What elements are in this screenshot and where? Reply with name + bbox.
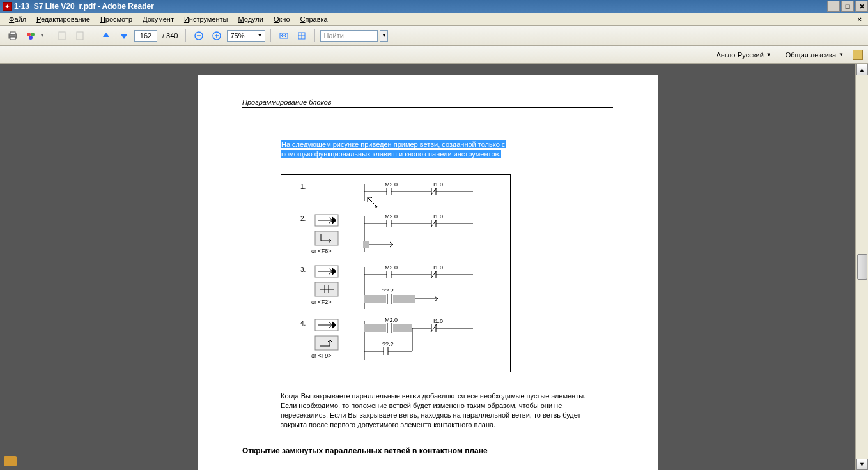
menu-close-icon[interactable]: × xyxy=(855,15,864,23)
dict-lang-label: Англо-Русский xyxy=(717,51,764,59)
chevron-down-icon: ▼ xyxy=(839,52,844,57)
svg-rect-63 xyxy=(364,295,386,303)
fit-width-button[interactable] xyxy=(276,28,291,43)
dict-topic-label: Общая лексика xyxy=(786,51,836,59)
svg-text:or <F9>: or <F9> xyxy=(311,352,332,359)
vertical-scrollbar[interactable]: ▲ ▼ xyxy=(855,64,868,470)
svg-text:3.: 3. xyxy=(300,266,306,273)
svg-rect-2 xyxy=(10,37,15,40)
next-page-button[interactable] xyxy=(116,28,132,43)
svg-rect-66 xyxy=(393,295,415,303)
menu-file[interactable]: Файл xyxy=(4,14,31,24)
menu-view[interactable]: Просмотр xyxy=(95,14,137,24)
svg-text:4.: 4. xyxy=(300,320,306,327)
window-title: 1-13_S7 Lite V20_r.pdf - Adobe Reader xyxy=(14,2,154,11)
collab-button[interactable] xyxy=(23,28,38,43)
scroll-down-button[interactable]: ▼ xyxy=(856,459,868,470)
svg-text:I1.0: I1.0 xyxy=(433,318,443,324)
pdf-page: Программирование блоков На следующем рис… xyxy=(198,75,658,470)
svg-point-4 xyxy=(31,33,35,36)
sidebar-icons xyxy=(4,456,17,466)
minimize-button[interactable]: _ xyxy=(827,1,840,12)
dict-lang-select[interactable]: Англо-Русский ▼ xyxy=(711,50,777,60)
svg-text:M2.0: M2.0 xyxy=(385,213,398,220)
page-icon xyxy=(75,31,85,41)
menu-tools[interactable]: Инструменты xyxy=(179,14,233,24)
svg-text:??.?: ??.? xyxy=(382,341,394,347)
ladder-diagram: 1. M2.0 I1.0 2. or <F8> xyxy=(281,174,511,372)
svg-text:or <F8>: or <F8> xyxy=(311,248,332,254)
pdf-icon: ✦ xyxy=(3,2,12,11)
zoom-select[interactable]: 75% ▼ xyxy=(227,30,265,42)
svg-text:2.: 2. xyxy=(300,215,306,222)
svg-text:I1.0: I1.0 xyxy=(433,213,443,220)
find-input[interactable]: Найти xyxy=(320,30,378,42)
menu-window[interactable]: Окно xyxy=(268,14,295,24)
scroll-thumb[interactable] xyxy=(857,254,867,280)
chevron-down-icon: ▼ xyxy=(258,33,263,38)
nav-last-button[interactable] xyxy=(72,28,88,43)
menu-document[interactable]: Документ xyxy=(137,14,179,24)
find-placeholder: Найти xyxy=(323,32,343,40)
svg-point-3 xyxy=(27,33,31,36)
print-button[interactable] xyxy=(5,28,20,43)
chevron-down-icon: ▼ xyxy=(766,52,771,57)
zoom-out-button[interactable] xyxy=(191,28,206,43)
svg-rect-42 xyxy=(363,241,369,248)
printer-icon xyxy=(8,31,18,41)
find-dropdown[interactable]: ▼ xyxy=(380,30,388,42)
fit-page-icon xyxy=(297,31,307,41)
page-total-label: / 340 xyxy=(160,32,180,40)
zoom-value: 75% xyxy=(230,32,244,40)
step-1-label: 1. xyxy=(300,183,306,190)
dictionary-bar: Англо-Русский ▼ Общая лексика ▼ xyxy=(0,46,868,64)
arrow-up-icon xyxy=(101,31,111,41)
nav-first-button[interactable] xyxy=(54,28,70,43)
minus-icon xyxy=(194,31,204,41)
window-buttons: _ □ ✕ xyxy=(826,1,868,12)
svg-text:M2.0: M2.0 xyxy=(385,181,398,188)
zoom-in-button[interactable] xyxy=(209,28,224,43)
maximize-button[interactable]: □ xyxy=(841,1,854,12)
page-icon xyxy=(57,31,67,41)
close-button[interactable]: ✕ xyxy=(855,1,868,12)
toolbar: ▾ / 340 75% ▼ Найти ▼ xyxy=(0,26,868,46)
plus-icon xyxy=(212,31,222,41)
svg-text:I1.0: I1.0 xyxy=(433,264,443,271)
svg-text:M2.0: M2.0 xyxy=(385,317,398,323)
fit-page-button[interactable] xyxy=(294,28,309,43)
svg-text:M2.0: M2.0 xyxy=(385,264,398,271)
document-viewer[interactable]: Программирование блоков На следующем рис… xyxy=(0,64,855,470)
svg-point-5 xyxy=(29,36,33,40)
menu-help[interactable]: Справка xyxy=(295,14,333,24)
svg-text:or <F2>: or <F2> xyxy=(311,299,332,305)
page-header: Программирование блоков xyxy=(242,98,613,108)
svg-rect-77 xyxy=(393,324,412,332)
svg-text:??.?: ??.? xyxy=(382,287,394,294)
svg-rect-70 xyxy=(315,336,338,350)
menu-edit[interactable]: Редактирование xyxy=(31,14,95,24)
svg-rect-1 xyxy=(10,32,15,34)
collab-icon xyxy=(26,31,36,41)
menu-plugins[interactable]: Модули xyxy=(233,14,268,24)
page-number-input[interactable] xyxy=(134,30,157,42)
comment-icon[interactable] xyxy=(4,456,17,466)
svg-rect-73 xyxy=(364,324,386,332)
dictionary-icon[interactable] xyxy=(853,50,863,60)
svg-rect-29 xyxy=(315,231,338,245)
prev-page-button[interactable] xyxy=(98,28,114,43)
titlebar: ✦ 1-13_S7 Lite V20_r.pdf - Adobe Reader … xyxy=(0,0,868,13)
svg-text:I1.0: I1.0 xyxy=(433,181,443,188)
scroll-up-button[interactable]: ▲ xyxy=(856,64,868,75)
menubar: Файл Редактирование Просмотр Документ Ин… xyxy=(0,13,868,26)
arrow-down-icon xyxy=(119,31,129,41)
section-heading: Открытие замкнутых параллельных ветвей в… xyxy=(242,446,613,455)
body-paragraph[interactable]: Когда Вы закрываете параллельные ветви д… xyxy=(281,391,587,430)
fit-width-icon xyxy=(279,31,289,41)
svg-rect-6 xyxy=(59,32,65,40)
dict-topic-select[interactable]: Общая лексика ▼ xyxy=(780,50,849,60)
svg-rect-7 xyxy=(77,32,83,40)
highlighted-text[interactable]: На следующем рисунке приведен пример вет… xyxy=(281,140,587,159)
